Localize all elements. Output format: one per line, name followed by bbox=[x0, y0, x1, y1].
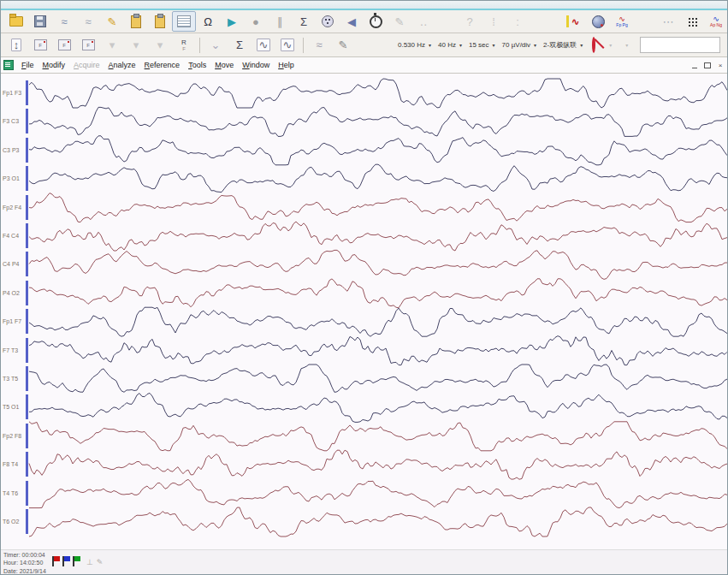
menu-window[interactable]: Window bbox=[238, 59, 274, 71]
annotate-pen-icon[interactable]: ✎ bbox=[388, 11, 411, 32]
document-icon bbox=[3, 60, 14, 70]
updown-icon: ↕ bbox=[11, 39, 22, 51]
list-icon[interactable]: : bbox=[506, 11, 530, 32]
channel-label-F3-C3: F3 C3 bbox=[3, 118, 25, 124]
menu-modify[interactable]: Modify bbox=[38, 59, 70, 71]
wave-window-1-icon[interactable]: ∿ bbox=[252, 35, 275, 56]
high-cut-filter-dropdown[interactable]: 40 Hz ▾ bbox=[435, 38, 464, 53]
help-icon[interactable]: ? bbox=[458, 11, 482, 32]
calibration-bar bbox=[26, 138, 28, 163]
wave-window-2-icon[interactable]: ∿ bbox=[275, 35, 299, 56]
toolbar-separator bbox=[303, 38, 304, 53]
restore-button[interactable] bbox=[702, 61, 713, 70]
minimize-button[interactable] bbox=[690, 61, 700, 70]
back-arrow-icon[interactable]: ◀ bbox=[340, 11, 364, 32]
pin-icon: ⁞ bbox=[492, 16, 495, 27]
link-view-icon[interactable]: ⋯ bbox=[656, 11, 680, 32]
copy-clipboard-icon[interactable] bbox=[124, 11, 148, 32]
updown-icon[interactable]: ↕ bbox=[4, 35, 28, 56]
date-text: Date: 2021/9/14 bbox=[3, 567, 46, 575]
annotation-text-input[interactable] bbox=[640, 37, 720, 53]
channel-label-Fp1-F7: Fp1 F7 bbox=[3, 318, 25, 324]
menu-bar: FileModifyAcquireAnalyzeReferenceToolsMo… bbox=[1, 57, 728, 74]
baseline-icon[interactable]: ⊥ bbox=[86, 558, 93, 566]
stub-1-icon[interactable]: ▾ bbox=[100, 35, 124, 56]
edit-marker-icon: ✎ bbox=[108, 16, 117, 27]
low-cut-filter-dropdown[interactable]: 0.530 Hz ▾ bbox=[394, 38, 433, 53]
montage-map-1-icon[interactable]: F bbox=[28, 35, 52, 56]
stopwatch-icon[interactable] bbox=[364, 11, 388, 32]
eeg-review-icon: ∿ bbox=[566, 15, 583, 27]
play-icon[interactable]: ▶ bbox=[220, 11, 244, 32]
sum-sigma-icon[interactable]: Σ bbox=[292, 11, 316, 32]
reference-rf-icon[interactable]: RF bbox=[172, 35, 196, 56]
blue-flag-icon[interactable] bbox=[62, 556, 70, 566]
green-flag-icon[interactable] bbox=[73, 556, 80, 566]
prohibit-icon[interactable] bbox=[592, 37, 595, 53]
montage-dropdown[interactable]: 2-双极纵联 ▾ bbox=[540, 38, 584, 53]
menu-help[interactable]: Help bbox=[274, 59, 299, 71]
sum-sigma-icon: Σ bbox=[300, 16, 307, 27]
pause-icon[interactable]: ∥ bbox=[268, 11, 292, 32]
menu-reference[interactable]: Reference bbox=[140, 59, 185, 71]
calibration-bar bbox=[26, 252, 28, 276]
brain-globe-icon[interactable] bbox=[586, 11, 610, 32]
calibration-bar bbox=[26, 223, 28, 248]
montage-value: 2-双极纵联 bbox=[542, 40, 578, 50]
record-icon[interactable]: ● bbox=[244, 11, 268, 32]
menu-tools[interactable]: Tools bbox=[184, 59, 210, 71]
open-file-icon[interactable] bbox=[4, 11, 28, 32]
export-wave-icon[interactable]: ≈ bbox=[76, 11, 100, 32]
stopwatch-icon bbox=[370, 15, 382, 28]
eeg-trace-T3-T5 bbox=[29, 365, 727, 392]
menu-move[interactable]: Move bbox=[210, 59, 238, 71]
brain-map-icon[interactable] bbox=[316, 11, 340, 32]
close-button[interactable]: × bbox=[715, 61, 725, 70]
status-text-block: Timer: 00:00:04 Hour: 14:02:50 Date: 202… bbox=[3, 551, 46, 575]
channel-label-C4-P4: C4 P4 bbox=[3, 261, 25, 267]
channel-label-T3-T5: T3 T5 bbox=[3, 376, 25, 382]
edit-marker-icon[interactable]: ✎ bbox=[100, 11, 124, 32]
save-file-icon[interactable] bbox=[28, 11, 52, 32]
filter-toolbar-icons: ↕FFF▾▾▾RF⌄Σ∿∿≈✎ bbox=[4, 35, 355, 56]
channel-label-T5-O1: T5 O1 bbox=[3, 404, 25, 410]
fp-pg-trend-icon: ∿Fp Pg bbox=[616, 15, 627, 27]
pin-icon[interactable]: ⁞ bbox=[482, 11, 506, 32]
more-dots-icon[interactable]: ‥ bbox=[411, 11, 435, 32]
calibration-bar bbox=[26, 366, 28, 391]
fp-pg-trend-icon[interactable]: ∿Fp Pg bbox=[610, 11, 634, 32]
montage-map-3-icon[interactable]: F bbox=[76, 35, 100, 56]
menu-analyze[interactable]: Analyze bbox=[104, 59, 140, 71]
eeg-review-icon[interactable]: ∿ bbox=[562, 11, 586, 32]
caret-icon[interactable]: ⌄ bbox=[204, 35, 228, 56]
channel-label-Fp2-F4: Fp2 F4 bbox=[3, 205, 25, 210]
timebase-dropdown[interactable]: 15 sec ▾ bbox=[465, 38, 497, 53]
sensitivity-dropdown[interactable]: 70 µV/div ▾ bbox=[499, 38, 539, 53]
brain-map-icon bbox=[322, 15, 334, 27]
draw-wave-icon[interactable]: ≈ bbox=[307, 35, 331, 56]
edit-pen-icon[interactable]: ✎ bbox=[331, 35, 355, 56]
montage-map-2-icon[interactable]: F bbox=[52, 35, 76, 56]
red-flag-icon[interactable] bbox=[52, 556, 60, 566]
menu-file[interactable]: File bbox=[17, 59, 38, 71]
stub-3-icon[interactable]: ▾ bbox=[148, 35, 172, 56]
import-wave-icon[interactable]: ≈ bbox=[52, 11, 76, 32]
sigma-window-icon[interactable]: Σ bbox=[228, 35, 252, 56]
play-icon: ▶ bbox=[228, 16, 236, 27]
ap-ng-trend-icon: ∿Ap Ng bbox=[710, 15, 722, 27]
draw-wave-icon: ≈ bbox=[316, 39, 322, 50]
channel-label-Fp2-F8: Fp2 F8 bbox=[3, 433, 25, 439]
high-cut-filter-value: 40 Hz bbox=[436, 41, 458, 49]
paste-clipboard-icon[interactable] bbox=[148, 11, 172, 32]
ap-ng-trend-icon[interactable]: ∿Ap Ng bbox=[704, 11, 728, 32]
impedance-omega-icon: Ω bbox=[204, 16, 212, 27]
window-controls: × bbox=[687, 61, 725, 70]
montage-settings-icon[interactable] bbox=[172, 11, 196, 32]
stub-2-icon[interactable]: ▾ bbox=[124, 35, 148, 56]
eeg-trace-Fp2-F8 bbox=[29, 422, 727, 451]
impedance-omega-icon[interactable]: Ω bbox=[196, 11, 220, 32]
dot-grid-icon[interactable] bbox=[680, 11, 704, 32]
sensitivity-value: 70 µV/div bbox=[500, 41, 533, 49]
eeg-waveform-area[interactable]: Fp1 F3F3 C3C3 P3P3 O1Fp2 F4F4 C4C4 P4P4 … bbox=[1, 74, 728, 549]
note-pen-icon[interactable]: ✎ bbox=[97, 558, 104, 566]
